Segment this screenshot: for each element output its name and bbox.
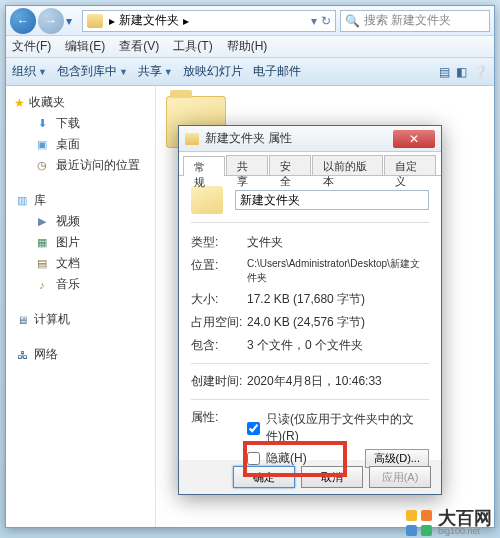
picture-icon: ▦ [34,236,50,250]
chevron-down-icon[interactable]: ▾ [311,14,317,28]
close-button[interactable]: ✕ [393,130,435,148]
folder-icon [87,14,103,28]
sidebar-item-recent[interactable]: ◷最近访问的位置 [10,155,151,176]
watermark: 大百网 big100.net [406,509,492,536]
close-icon: ✕ [409,132,419,146]
properties-dialog: 新建文件夹 属性 ✕ 常规 共享 安全 以前的版本 自定义 类型:文件夹 位置:… [178,125,442,495]
search-input[interactable]: 🔍 搜索 新建文件夹 [340,10,490,32]
menu-file[interactable]: 文件(F) [12,38,51,55]
search-placeholder: 搜索 新建文件夹 [364,12,451,29]
menu-tools[interactable]: 工具(T) [173,38,212,55]
type-label: 类型: [191,234,247,251]
document-icon: ▤ [34,257,50,271]
sidebar-item-pictures[interactable]: ▦图片 [10,232,151,253]
desktop-icon: ▣ [34,138,50,152]
contains-value: 3 个文件，0 个文件夹 [247,337,429,354]
star-icon: ★ [14,96,25,110]
breadcrumb[interactable]: ▸ 新建文件夹 ▸ ▾ ↻ [82,10,336,32]
tab-previous-versions[interactable]: 以前的版本 [312,155,384,175]
help-icon[interactable]: ❔ [473,65,488,79]
toolbar-email[interactable]: 电子邮件 [253,63,301,80]
brand-url: big100.net [438,527,492,536]
readonly-checkbox[interactable] [247,422,260,435]
sidebar-favorites[interactable]: ★收藏夹 [10,92,151,113]
ok-button[interactable]: 确定 [233,466,295,488]
apply-button[interactable]: 应用(A) [369,466,431,488]
size-on-disk-value: 24.0 KB (24,576 字节) [247,314,429,331]
nav-forward-button[interactable]: → [38,8,64,34]
tab-share[interactable]: 共享 [226,155,268,175]
nav-back-button[interactable]: ← [10,8,36,34]
breadcrumb-path: 新建文件夹 [119,12,179,29]
cancel-button[interactable]: 取消 [301,466,363,488]
toolbar-share[interactable]: 共享▼ [138,63,173,80]
video-icon: ▶ [34,215,50,229]
library-icon: ▥ [14,194,30,208]
breadcrumb-sep: ▸ [109,14,115,28]
brand-logo-icon [406,510,432,536]
folder-icon [191,186,223,214]
sidebar-network[interactable]: 🖧网络 [10,344,151,365]
sidebar-computer[interactable]: 🖥计算机 [10,309,151,330]
created-label: 创建时间: [191,373,247,390]
sidebar-item-videos[interactable]: ▶视频 [10,211,151,232]
dialog-body: 类型:文件夹 位置:C:\Users\Administrator\Desktop… [179,176,441,460]
hidden-label: 隐藏(H) [266,450,307,467]
readonly-label: 只读(仅应用于文件夹中的文件)(R) [266,411,429,445]
tab-security[interactable]: 安全 [269,155,311,175]
search-icon: 🔍 [345,14,360,28]
preview-pane-icon[interactable]: ◧ [456,65,467,79]
menu-edit[interactable]: 编辑(E) [65,38,105,55]
sidebar-item-downloads[interactable]: ⬇下载 [10,113,151,134]
nav-history-dropdown[interactable]: ▾ [66,14,78,28]
sidebar-item-desktop[interactable]: ▣桌面 [10,134,151,155]
music-icon: ♪ [34,278,50,292]
sidebar-libraries[interactable]: ▥库 [10,190,151,211]
toolbar: 组织▼ 包含到库中▼ 共享▼ 放映幻灯片 电子邮件 ▤ ◧ ❔ [6,58,494,86]
attributes-label: 属性: [191,409,247,470]
size-value: 17.2 KB (17,680 字节) [247,291,429,308]
toolbar-slideshow[interactable]: 放映幻灯片 [183,63,243,80]
menu-help[interactable]: 帮助(H) [227,38,268,55]
sidebar-item-documents[interactable]: ▤文档 [10,253,151,274]
network-icon: 🖧 [14,348,30,362]
location-label: 位置: [191,257,247,285]
type-value: 文件夹 [247,234,429,251]
tab-general[interactable]: 常规 [183,156,225,176]
menu-bar: 文件(F) 编辑(E) 查看(V) 工具(T) 帮助(H) [6,36,494,58]
tab-customize[interactable]: 自定义 [384,155,436,175]
sidebar: ★收藏夹 ⬇下载 ▣桌面 ◷最近访问的位置 ▥库 ▶视频 ▦图片 ▤文档 ♪音乐… [6,86,156,527]
menu-view[interactable]: 查看(V) [119,38,159,55]
download-icon: ⬇ [34,117,50,131]
contains-label: 包含: [191,337,247,354]
created-value: 2020年4月8日，10:46:33 [247,373,429,390]
toolbar-include[interactable]: 包含到库中▼ [57,63,128,80]
breadcrumb-sep: ▸ [183,14,189,28]
dialog-title-text: 新建文件夹 属性 [205,130,292,147]
refresh-icon[interactable]: ↻ [321,14,331,28]
sidebar-item-music[interactable]: ♪音乐 [10,274,151,295]
dialog-titlebar[interactable]: 新建文件夹 属性 ✕ [179,126,441,152]
hidden-checkbox[interactable] [247,452,260,465]
view-mode-icon[interactable]: ▤ [439,65,450,79]
folder-icon [185,133,199,145]
toolbar-organize[interactable]: 组织▼ [12,63,47,80]
computer-icon: 🖥 [14,313,30,327]
recent-icon: ◷ [34,159,50,173]
brand-name: 大百网 [438,509,492,527]
folder-name-input[interactable] [235,190,429,210]
size-label: 大小: [191,291,247,308]
dialog-tabs: 常规 共享 安全 以前的版本 自定义 [179,152,441,176]
size-on-disk-label: 占用空间: [191,314,247,331]
address-bar: ← → ▾ ▸ 新建文件夹 ▸ ▾ ↻ 🔍 搜索 新建文件夹 [6,6,494,36]
location-value: C:\Users\Administrator\Desktop\新建文件夹 [247,257,429,285]
